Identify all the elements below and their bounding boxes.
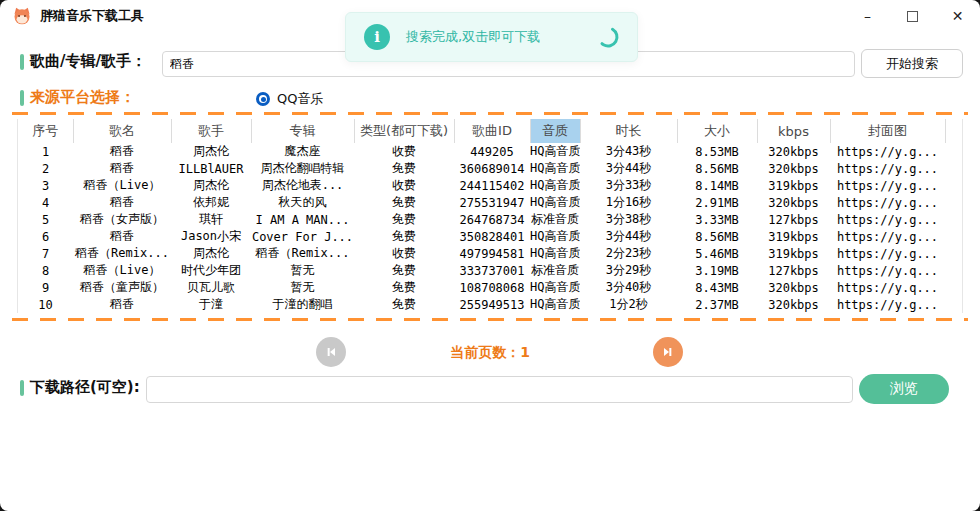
- table-cell: 108708068: [454, 279, 530, 296]
- table-cell: 周杰伦: [171, 245, 251, 262]
- table-cell: 免费: [354, 211, 454, 228]
- table-cell: 于潼: [171, 296, 251, 313]
- table-cell: 2.91MB: [677, 194, 757, 211]
- table-cell: 264768734: [454, 211, 530, 228]
- column-header-1[interactable]: 歌名: [73, 119, 171, 143]
- table-cell: 收费: [354, 177, 454, 194]
- table-cell: 暂无: [251, 279, 354, 296]
- table-cell: 收费: [354, 245, 454, 262]
- table-cell: 魔杰座: [251, 143, 354, 160]
- column-header-empty: [945, 119, 964, 143]
- column-header-3[interactable]: 专辑: [251, 119, 354, 143]
- column-header-4[interactable]: 类型(都可下载): [354, 119, 454, 143]
- table-cell: 8.56MB: [677, 160, 757, 177]
- next-page-button[interactable]: [653, 337, 683, 367]
- table-row[interactable]: 4稻香依邦妮秋天的风免费275531947HQ高音质1分16秒2.91MB320…: [18, 194, 964, 211]
- minimize-button[interactable]: –: [845, 0, 890, 32]
- table-header: 序号歌名歌手专辑类型(都可下载)歌曲ID音质时长大小kbps封面图: [18, 119, 964, 143]
- table-cell: [945, 296, 964, 313]
- table-cell: 497994581: [454, 245, 530, 262]
- table-cell: 3分44秒: [580, 228, 677, 245]
- app-window: 胖猫音乐下载工具 – ✕ i 搜索完成,双击即可下载 歌曲/专辑/歌手： 开始搜…: [0, 0, 980, 511]
- column-header-6[interactable]: 音质: [530, 119, 580, 143]
- table-cell: 319kbps: [757, 228, 830, 245]
- table-cell: https://y.q...: [830, 279, 945, 296]
- table-row[interactable]: 10稻香于潼于潼的翻唱免费255949513HQ高音质1分2秒2.37MB320…: [18, 296, 964, 313]
- window-controls: – ✕: [845, 0, 980, 32]
- table-cell: 贝瓦儿歌: [171, 279, 251, 296]
- table-row[interactable]: 1稻香周杰伦魔杰座收费449205HQ高音质3分43秒8.53MB320kbps…: [18, 143, 964, 160]
- table-cell: 320kbps: [757, 160, 830, 177]
- table-row[interactable]: 9稻香（童声版）贝瓦儿歌暂无免费108708068HQ高音质3分40秒8.43M…: [18, 279, 964, 296]
- table-cell: https://y.g...: [830, 177, 945, 194]
- maximize-icon: [907, 11, 918, 22]
- table-cell: 449205: [454, 143, 530, 160]
- table-row[interactable]: 7稻香（Remix...周杰伦稻香（Remix...收费497994581HQ高…: [18, 245, 964, 262]
- table-cell: https://y.g...: [830, 160, 945, 177]
- table-cell: [945, 279, 964, 296]
- table-cell: 320kbps: [757, 279, 830, 296]
- table-cell: 7: [18, 245, 73, 262]
- download-path-label: 下载路径(可空):: [20, 378, 140, 397]
- table-cell: ILLBlAUER: [171, 160, 251, 177]
- table-cell: 稻香（童声版）: [73, 279, 171, 296]
- results-table-wrap: 序号歌名歌手专辑类型(都可下载)歌曲ID音质时长大小kbps封面图 1稻香周杰伦…: [17, 119, 963, 313]
- table-cell: 8.14MB: [677, 177, 757, 194]
- table-cell: HQ高音质: [530, 160, 580, 177]
- browse-button[interactable]: 浏览: [859, 374, 949, 404]
- table-row[interactable]: 8稻香（Live）时代少年团暂无免费333737001标准音质3分29秒3.19…: [18, 262, 964, 279]
- table-cell: 免费: [354, 296, 454, 313]
- skip-forward-icon: [660, 344, 676, 360]
- table-cell: 周杰伦地表...: [251, 177, 354, 194]
- column-header-8[interactable]: 大小: [677, 119, 757, 143]
- table-cell: 255949513: [454, 296, 530, 313]
- table-cell: 秋天的风: [251, 194, 354, 211]
- table-row[interactable]: 6稻香Jason小宋Cover For J...免费350828401HQ高音质…: [18, 228, 964, 245]
- maximize-button[interactable]: [890, 0, 935, 32]
- table-cell: 标准音质: [530, 262, 580, 279]
- download-path-input[interactable]: [146, 376, 853, 403]
- table-cell: https://y.g...: [830, 194, 945, 211]
- table-cell: 于潼的翻唱: [251, 296, 354, 313]
- radio-checked-icon: [256, 92, 270, 106]
- column-header-0[interactable]: 序号: [18, 119, 73, 143]
- table-cell: 稻香（Live）: [73, 177, 171, 194]
- toast-notification: i 搜索完成,双击即可下载: [345, 12, 638, 62]
- table-cell: 稻香: [73, 143, 171, 160]
- table-cell: 稻香（Remix...: [73, 245, 171, 262]
- table-cell: 5: [18, 211, 73, 228]
- column-header-7[interactable]: 时长: [580, 119, 677, 143]
- table-row[interactable]: 3稻香（Live）周杰伦周杰伦地表...收费244115402HQ高音质3分33…: [18, 177, 964, 194]
- table-cell: 320kbps: [757, 296, 830, 313]
- table-cell: Jason小宋: [171, 228, 251, 245]
- table-cell: 10: [18, 296, 73, 313]
- table-row[interactable]: 5稻香（女声版）琪轩I AM A MAN...免费264768734标准音质3分…: [18, 211, 964, 228]
- table-cell: 收费: [354, 143, 454, 160]
- column-header-5[interactable]: 歌曲ID: [454, 119, 530, 143]
- table-cell: 稻香: [73, 194, 171, 211]
- table-cell: 350828401: [454, 228, 530, 245]
- green-accent-bar: [20, 380, 24, 396]
- table-cell: 319kbps: [757, 177, 830, 194]
- column-header-9[interactable]: kbps: [757, 119, 830, 143]
- platform-label: 来源平台选择：: [20, 88, 135, 107]
- table-cell: https://y.g...: [830, 296, 945, 313]
- start-search-button[interactable]: 开始搜索: [861, 49, 963, 78]
- table-cell: [945, 262, 964, 279]
- table-cell: 333737001: [454, 262, 530, 279]
- toast-message: 搜索完成,双击即可下载: [406, 28, 595, 46]
- table-row[interactable]: 2稻香ILLBlAUER周杰伦翻唱特辑免费360689014HQ高音质3分44秒…: [18, 160, 964, 177]
- table-cell: 2.37MB: [677, 296, 757, 313]
- table-cell: 时代少年团: [171, 262, 251, 279]
- column-header-10[interactable]: 封面图: [830, 119, 945, 143]
- table-cell: 稻香: [73, 228, 171, 245]
- table-cell: 8: [18, 262, 73, 279]
- close-button[interactable]: ✕: [935, 0, 980, 32]
- window-title: 胖猫音乐下载工具: [40, 7, 144, 25]
- table-cell: 3分43秒: [580, 143, 677, 160]
- platform-option-qq-music[interactable]: QQ音乐: [256, 90, 323, 108]
- column-header-2[interactable]: 歌手: [171, 119, 251, 143]
- table-cell: 3.33MB: [677, 211, 757, 228]
- table-cell: 琪轩: [171, 211, 251, 228]
- table-cell: 8.53MB: [677, 143, 757, 160]
